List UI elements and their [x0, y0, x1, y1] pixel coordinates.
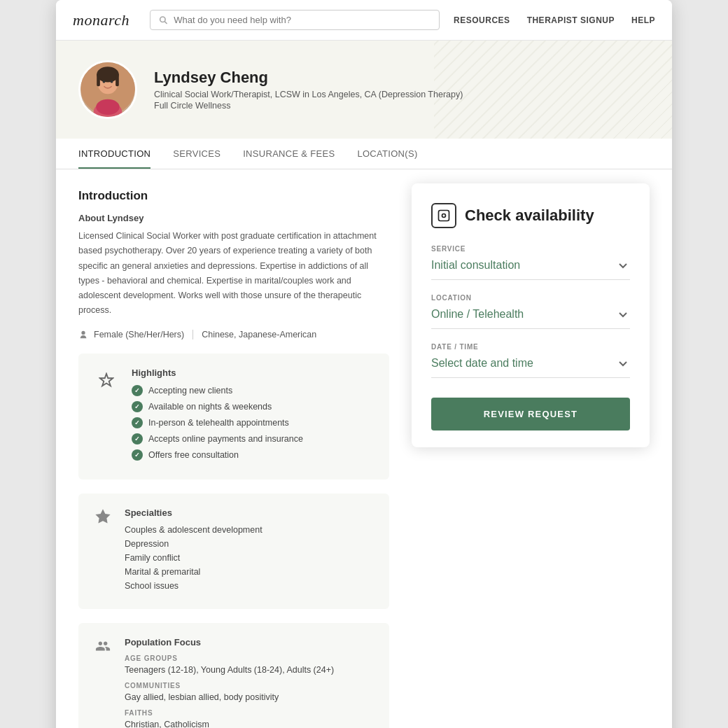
specialties-card: Specialties Couples & adolescent develop… [78, 493, 389, 609]
tab-insurance-fees[interactable]: INSURANCE & FEES [243, 139, 335, 169]
service-chevron-icon [616, 258, 630, 272]
specialty-0: Couples & adolescent development [125, 525, 262, 535]
specialty-2: Family conflict [125, 553, 262, 563]
profile-subtitle: Clinical Social Work/Therapist, LCSW in … [154, 90, 463, 99]
specialties-label: Specialties [125, 507, 262, 518]
service-select[interactable]: Initial consultation [431, 258, 630, 280]
highlight-item-3: Accepts online payments and insurance [132, 433, 303, 444]
population-label: Population Focus [125, 637, 334, 648]
communities-label: COMMUNITIES [125, 682, 334, 690]
datetime-select[interactable]: Select date and time [431, 356, 630, 378]
population-content: Population Focus AGE GROUPS Teenagers (1… [125, 637, 334, 729]
avatar [78, 60, 137, 119]
profile-info: Lyndsey Cheng Clinical Social Work/Thera… [154, 69, 463, 111]
svg-rect-6 [97, 74, 100, 87]
logo: monarch [73, 11, 136, 29]
profile-org: Full Circle Wellness [154, 101, 463, 111]
ethnicity-label: Chinese, Japanese-American [202, 330, 316, 340]
search-input[interactable] [174, 15, 430, 25]
section-title: Introduction [78, 189, 389, 203]
location-chevron-icon [616, 307, 630, 321]
nav-links: RESOURCES THERAPIST SIGNUP HELP [454, 15, 655, 25]
check-icon-0 [132, 385, 143, 396]
profile-name: Lyndsey Cheng [154, 69, 463, 87]
about-label: About Lyndsey [78, 213, 389, 223]
review-request-button[interactable]: REVIEW REQUEST [431, 398, 630, 430]
svg-rect-13 [439, 211, 449, 221]
svg-line-1 [164, 21, 167, 23]
nav-therapist-signup[interactable]: THERAPIST SIGNUP [527, 15, 615, 25]
highlight-item-4: Offers free consultation [132, 449, 303, 461]
age-groups-value: Teenagers (12-18), Young Adults (18-24),… [125, 665, 334, 675]
identity-divider [192, 330, 193, 340]
about-text: Licensed Clinical Social Worker with pos… [78, 229, 389, 318]
check-icon-4 [132, 449, 143, 461]
highlights-icon [95, 369, 118, 391]
check-icon-2 [132, 417, 143, 428]
tab-services[interactable]: SERVICES [173, 139, 220, 169]
svg-point-5 [97, 66, 119, 82]
availability-card: Check availability SERVICE Initial consu… [412, 183, 650, 447]
nav-resources[interactable]: RESOURCES [454, 15, 510, 25]
highlight-item-1: Available on nights & weekends [132, 401, 303, 412]
highlights-label: Highlights [132, 368, 303, 378]
gender-label: Female (She/Her/Hers) [94, 330, 184, 340]
specialty-4: School issues [125, 581, 262, 591]
highlight-item-2: In-person & telehealth appointments [132, 417, 303, 428]
specialties-icon [95, 509, 111, 527]
search-icon [159, 15, 168, 25]
datetime-chevron-icon [616, 356, 630, 370]
service-value: Initial consultation [431, 259, 520, 272]
location-value: Online / Telehealth [431, 308, 524, 321]
main-content: Introduction About Lyndsey Licensed Clin… [78, 189, 389, 728]
svg-point-0 [160, 17, 165, 22]
svg-point-14 [442, 214, 446, 218]
service-label: SERVICE [431, 245, 630, 253]
highlights-card: Highlights Accepting new clients Availab… [78, 354, 389, 479]
profile-header-bg [434, 41, 672, 139]
location-label: LOCATION [431, 294, 630, 302]
identity-row: Female (She/Her/Hers) Chinese, Japanese-… [78, 330, 389, 340]
tabs: INTRODUCTION SERVICES INSURANCE & FEES L… [56, 139, 672, 169]
svg-point-10 [96, 99, 119, 115]
svg-rect-7 [115, 74, 119, 87]
check-icon-1 [132, 401, 143, 412]
tab-locations[interactable]: LOCATION(S) [357, 139, 417, 169]
nav-help[interactable]: HELP [631, 15, 655, 25]
content-area: Introduction About Lyndsey Licensed Clin… [56, 169, 672, 728]
avail-header: Check availability [431, 203, 630, 228]
svg-marker-11 [100, 373, 113, 385]
avail-title: Check availability [465, 206, 594, 225]
person-icon [78, 330, 88, 340]
communities-value: Gay allied, lesbian allied, body positiv… [125, 692, 334, 702]
specialty-3: Marital & premarital [125, 567, 262, 577]
nav-bar: monarch RESOURCES THERAPIST SIGNUP HELP [56, 0, 672, 41]
datetime-label: DATE / TIME [431, 343, 630, 351]
location-select[interactable]: Online / Telehealth [431, 307, 630, 329]
faiths-value: Christian, Catholicism [125, 720, 334, 729]
tab-introduction[interactable]: INTRODUCTION [78, 139, 150, 169]
check-icon-3 [132, 433, 143, 444]
svg-point-9 [111, 80, 113, 83]
population-icon [95, 638, 111, 657]
specialty-1: Depression [125, 539, 262, 549]
datetime-value: Select date and time [431, 357, 533, 370]
search-bar[interactable] [150, 10, 440, 30]
highlight-item-0: Accepting new clients [132, 385, 303, 396]
avail-icon [431, 203, 456, 228]
age-groups-label: AGE GROUPS [125, 654, 334, 662]
svg-marker-12 [97, 510, 109, 522]
faiths-label: FAITHS [125, 709, 334, 717]
highlights-content: Highlights Accepting new clients Availab… [132, 368, 303, 465]
svg-point-8 [103, 80, 106, 83]
specialties-content: Specialties Couples & adolescent develop… [125, 507, 262, 595]
population-card: Population Focus AGE GROUPS Teenagers (1… [78, 623, 389, 729]
profile-header: Lyndsey Cheng Clinical Social Work/Thera… [56, 41, 672, 139]
